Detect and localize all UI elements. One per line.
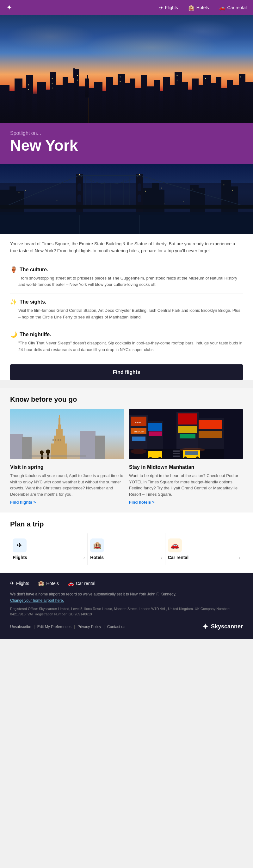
feature-culture-text: From showstopping street art to priceles… [10,275,243,288]
know-card-spring-link[interactable]: Find flights > [10,500,36,504]
svg-rect-102 [10,434,23,459]
footer: ✈ Flights 🏨 Hotels 🚗 Car rental We don't… [0,572,253,639]
spotlight-subtitle: Spotlight on... [10,130,243,136]
nav-flights[interactable]: ✈ Flights [159,5,178,11]
svg-rect-141 [173,456,180,457]
svg-rect-88 [0,205,253,209]
svg-point-48 [52,78,53,79]
svg-text:BEST: BEST [135,421,141,424]
svg-rect-1 [0,85,9,123]
svg-rect-14 [73,68,75,78]
svg-point-99 [224,184,224,185]
footer-bottom: Unsubscribe | Edit My Preferences | Priv… [10,622,243,631]
svg-rect-75 [138,183,141,191]
svg-rect-41 [221,88,228,123]
know-card-midtown-link[interactable]: Find hotels > [129,500,155,504]
footer-brand-name: Skyscanner [211,623,243,630]
svg-rect-44 [239,74,245,123]
spotlight-banner: Spotlight on... New York [0,123,253,164]
svg-rect-114 [58,439,59,441]
svg-rect-133 [132,437,145,441]
svg-point-97 [161,187,162,188]
footer-hotels[interactable]: 🏨 Hotels [38,580,59,586]
plan-heading: Plan a trip [10,520,243,528]
plan-flights-label: Flights [13,555,27,560]
svg-rect-62 [9,186,16,215]
svg-point-89 [79,174,80,175]
know-images-grid: BEST THIS CITY [10,409,243,459]
contact-link[interactable]: Contact us [107,625,125,629]
plan-item-hotels[interactable]: 🏨 Hotels › [87,533,165,565]
svg-point-90 [139,174,140,175]
times-square-image: BEST THIS CITY [129,409,243,459]
privacy-link[interactable]: Privacy Policy [77,625,101,629]
svg-rect-111 [59,415,60,420]
footer-links-row: Unsubscribe | Edit My Preferences | Priv… [10,625,125,629]
separator-3: | [104,625,105,629]
svg-rect-112 [52,439,54,441]
svg-rect-6 [32,94,38,123]
svg-rect-11 [63,77,68,123]
nav-car-rental[interactable]: 🚗 Car rental [219,5,247,11]
svg-point-57 [205,78,206,79]
svg-rect-43 [232,85,240,123]
svg-point-52 [77,80,78,81]
svg-rect-42 [227,80,233,123]
svg-rect-104 [80,431,96,459]
footer-airport-note: We don't have a home airport on record s… [10,591,243,603]
unsubscribe-link[interactable]: Unsubscribe [10,625,31,629]
plan-hotels-icon: 🏨 [90,538,104,552]
svg-rect-113 [55,439,56,441]
svg-point-55 [177,75,178,76]
svg-rect-40 [216,77,221,123]
separator-2: | [74,625,75,629]
plane-icon: ✈ [159,5,163,11]
plan-car-icon: 🚗 [168,538,182,552]
svg-point-94 [19,192,20,193]
svg-rect-135 [180,434,195,438]
feature-sights-text: Visit the film-famous Grand Central Stat… [10,307,243,321]
svg-point-148 [158,457,161,459]
plan-item-car-rental[interactable]: 🚗 Car rental › [166,533,243,565]
svg-rect-69 [221,180,231,215]
footer-plane-icon: ✈ [10,580,14,586]
footer-nav: ✈ Flights 🏨 Hotels 🚗 Car rental [10,580,243,586]
svg-rect-9 [50,72,56,123]
culture-icon: 🏺 [10,266,17,273]
svg-rect-28 [146,86,154,123]
svg-point-54 [120,81,121,82]
find-flights-button[interactable]: Find flights [10,364,243,380]
svg-rect-24 [124,83,131,123]
svg-rect-139 [173,451,180,452]
svg-rect-12 [68,83,75,123]
svg-rect-91 [0,212,253,234]
svg-rect-33 [175,72,182,123]
know-card-midtown: Stay in Midtown Manhattan Want to be rig… [129,464,243,505]
logo-icon: ✦ [6,3,12,12]
sights-icon: ✨ [10,299,17,306]
svg-point-95 [25,190,26,191]
svg-rect-76 [138,194,141,202]
footer-flights[interactable]: ✈ Flights [10,580,29,586]
footer-change-airport-link[interactable]: Change your home airport here. [10,598,64,603]
edit-prefs-link[interactable]: Edit My Preferences [37,625,71,629]
svg-rect-29 [154,80,160,123]
svg-rect-8 [45,90,50,123]
svg-rect-36 [192,79,198,123]
features-list: 🏺 The culture. From showstopping street … [0,261,253,358]
nav-hotels[interactable]: 🏨 Hotels [188,5,209,11]
feature-nightlife: 🌙 The nightlife. "The City That Never Sl… [10,326,243,358]
know-card-spring-text: Though fabulous all year round, April to… [10,473,124,497]
footer-car-rental[interactable]: 🚗 Car rental [68,580,95,586]
svg-rect-34 [182,82,188,123]
svg-rect-67 [190,185,198,215]
svg-point-47 [28,89,29,90]
svg-rect-132 [198,431,222,438]
svg-point-151 [180,448,205,452]
feature-nightlife-text: "The City That Never Sleeps" doesn't dis… [10,340,243,353]
svg-rect-72 [77,183,81,191]
svg-point-51 [77,75,78,76]
plan-item-flights[interactable]: ✈ Flights › [10,533,87,565]
svg-rect-45 [245,82,253,123]
nightlife-icon: 🌙 [10,331,17,338]
